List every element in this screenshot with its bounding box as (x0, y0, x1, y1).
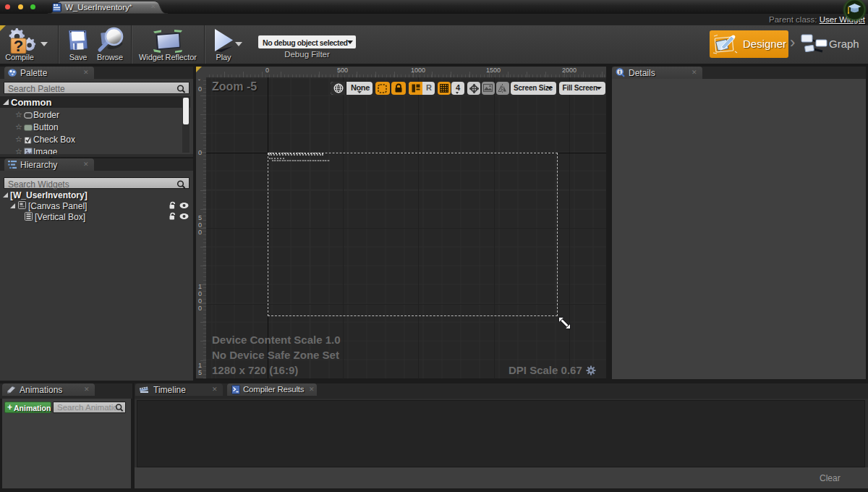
svg-text:?: ? (14, 37, 23, 54)
svg-text:i: i (619, 69, 621, 75)
